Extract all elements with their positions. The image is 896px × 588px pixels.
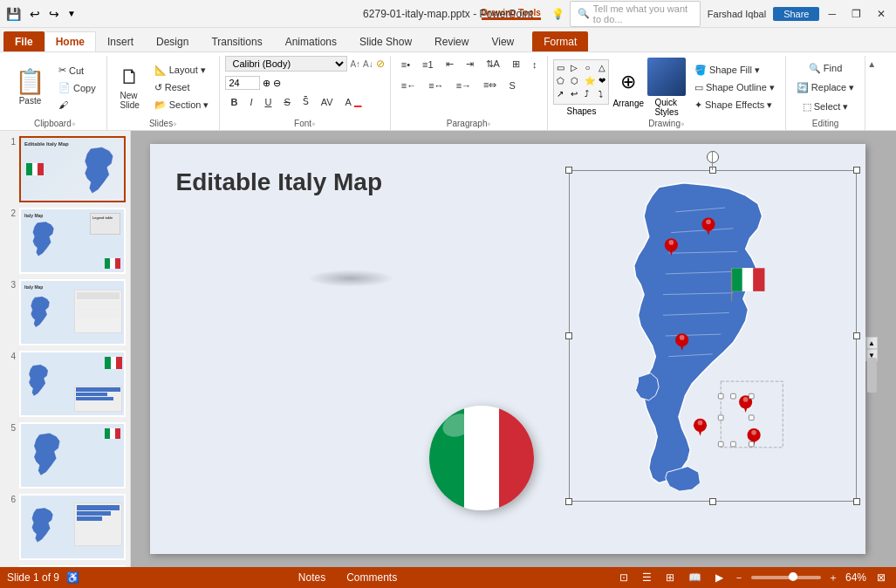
slide-item-2[interactable]: 2 Italy Map Legend table	[3, 208, 127, 274]
handle-br[interactable]	[853, 498, 860, 505]
select-button[interactable]: ⬚ Select ▾	[797, 99, 854, 115]
tab-design[interactable]: Design	[145, 31, 200, 51]
slide-item-7[interactable]: 7	[3, 565, 127, 567]
slide-thumbnail-4[interactable]	[19, 351, 126, 417]
slide-item-4[interactable]: 4	[3, 351, 127, 417]
tab-animations[interactable]: Animations	[274, 31, 348, 51]
increase-indent-button[interactable]: ⇥	[461, 56, 479, 72]
copy-button[interactable]: 📄 Copy	[53, 79, 101, 96]
shape-fill-button[interactable]: 🪣 Shape Fill ▾	[689, 62, 780, 79]
tab-review[interactable]: Review	[423, 31, 480, 51]
section-button[interactable]: 📂 Section ▾	[149, 97, 215, 113]
shape-outline-button[interactable]: ▭ Shape Outline ▾	[689, 79, 780, 96]
bullets-button[interactable]: ≡•	[396, 57, 415, 72]
fit-window-button[interactable]: ⊠	[873, 571, 889, 584]
notes-button[interactable]: Notes	[295, 571, 329, 584]
restore-button[interactable]: ❐	[845, 6, 868, 22]
slide-thumbnail-2[interactable]: Italy Map Legend table	[19, 208, 126, 274]
align-right-button[interactable]: ≡→	[451, 78, 476, 93]
tell-me-box[interactable]: 🔍 Tell me what you want to do...	[570, 1, 701, 27]
align-center-button[interactable]: ≡↔	[423, 78, 448, 93]
scroll-thumb[interactable]	[867, 358, 877, 393]
underline-button[interactable]: U	[259, 95, 277, 109]
find-button[interactable]: 🔍 Find	[804, 60, 847, 77]
slide-thumbnail-3[interactable]: Italy Map	[19, 279, 126, 345]
comments-button[interactable]: Comments	[343, 571, 400, 584]
arrange-button[interactable]: ⊕	[617, 67, 640, 97]
slide-item-6[interactable]: 6	[3, 494, 127, 560]
columns-button[interactable]: ⊞	[507, 56, 525, 72]
tab-transitions[interactable]: Transitions	[200, 31, 273, 51]
handle-tl[interactable]	[565, 167, 572, 174]
customize-qat-icon[interactable]: ▼	[65, 7, 78, 20]
slide-thumbnail-6[interactable]	[19, 494, 126, 560]
line-spacing-button[interactable]: ↕	[527, 57, 543, 72]
font-size-decrement-icon[interactable]: ⊖	[273, 78, 281, 89]
vertical-scrollbar[interactable]: ▲ ▼	[865, 337, 878, 361]
shape-effects-button[interactable]: ✦ Shape Effects ▾	[689, 97, 780, 113]
bold-button[interactable]: B	[225, 95, 243, 109]
new-slide-button[interactable]: 🗋 NewSlide	[113, 62, 147, 113]
clipboard-expand-icon[interactable]: ⬦	[72, 120, 76, 127]
format-painter-button[interactable]: 🖌	[53, 97, 101, 113]
slide-item-3[interactable]: 3 Italy Map	[3, 279, 127, 345]
undo-icon[interactable]: ↩	[27, 5, 43, 23]
align-left-button[interactable]: ≡←	[396, 78, 421, 93]
italic-button[interactable]: I	[244, 95, 257, 109]
paste-button[interactable]: 📋 Paste	[9, 65, 51, 110]
slide-item-1[interactable]: 1 Editable Italy Map	[3, 136, 127, 202]
flag-ball-container[interactable]	[298, 266, 394, 287]
normal-view-button[interactable]: ⊡	[616, 571, 632, 584]
slideshow-button[interactable]: ▶	[712, 571, 727, 584]
font-color-button[interactable]: A▁	[340, 94, 366, 109]
handle-tr[interactable]	[853, 167, 860, 174]
redo-icon[interactable]: ↪	[46, 5, 62, 23]
decrease-indent-button[interactable]: ⇤	[441, 56, 459, 72]
slide-thumbnail-1[interactable]: Editable Italy Map	[19, 136, 126, 202]
reset-button[interactable]: ↺ Reset	[149, 79, 215, 96]
accessibility-icon[interactable]: ♿	[66, 571, 79, 584]
cut-button[interactable]: ✂ Cut	[53, 62, 101, 79]
paragraph-expand-icon[interactable]: ⬦	[487, 120, 491, 127]
strikethrough-button[interactable]: S	[278, 95, 295, 109]
font-size-increment-icon[interactable]: ⊕	[263, 78, 270, 89]
tab-view[interactable]: View	[480, 31, 525, 51]
handle-bl[interactable]	[565, 498, 572, 505]
tab-slideshow[interactable]: Slide Show	[348, 31, 423, 51]
zoom-plus-button[interactable]: ＋	[828, 571, 838, 585]
slides-expand-icon[interactable]: ⬦	[173, 120, 177, 127]
tab-home[interactable]: Home	[44, 31, 96, 51]
shapes-gallery[interactable]: ▭▷○△ ⬠⬡⭐❤ ↗↩⤴⤵	[553, 59, 609, 105]
reading-view-button[interactable]: 📖	[685, 571, 705, 584]
layout-button[interactable]: 📐 Layout ▾	[149, 62, 215, 79]
outline-view-button[interactable]: ☰	[639, 571, 655, 584]
text-shadow-btn[interactable]: S	[503, 78, 520, 93]
numbering-button[interactable]: ≡1	[417, 57, 439, 72]
zoom-minus-button[interactable]: －	[734, 571, 744, 585]
font-expand-icon[interactable]: ⬦	[311, 120, 316, 127]
font-name-select[interactable]: Calibri (Body)	[225, 56, 347, 72]
slide-sorter-button[interactable]: ⊞	[662, 571, 678, 584]
font-size-input[interactable]	[225, 76, 260, 90]
tab-insert[interactable]: Insert	[96, 31, 145, 51]
tab-format[interactable]: Format	[532, 31, 588, 51]
canvas-area[interactable]: Editable Italy Map	[131, 131, 896, 567]
zoom-slider[interactable]	[751, 576, 821, 579]
scroll-up-button[interactable]: ▲	[866, 337, 878, 349]
shadow-button[interactable]: S̄	[298, 94, 314, 109]
replace-button[interactable]: 🔄 Replace ▾	[791, 79, 859, 96]
ribbon-collapse[interactable]: ▲	[865, 56, 878, 130]
slide-item-5[interactable]: 5	[3, 422, 127, 489]
quick-styles-button[interactable]	[647, 58, 686, 96]
map-selection-container[interactable]	[569, 170, 857, 502]
close-button[interactable]: ✕	[870, 6, 893, 22]
font-size-down-icon[interactable]: A↓	[363, 59, 373, 69]
handle-mr[interactable]	[853, 332, 860, 339]
handle-ml[interactable]	[565, 332, 572, 339]
text-direction-button[interactable]: ⇅A	[481, 56, 505, 72]
slide-thumbnail-5[interactable]	[19, 422, 126, 489]
clear-formatting-icon[interactable]: ⊘	[376, 58, 385, 70]
slide-thumbnail-7[interactable]	[19, 565, 126, 567]
zoom-level[interactable]: 64%	[845, 571, 866, 584]
font-size-up-icon[interactable]: A↑	[350, 59, 360, 69]
